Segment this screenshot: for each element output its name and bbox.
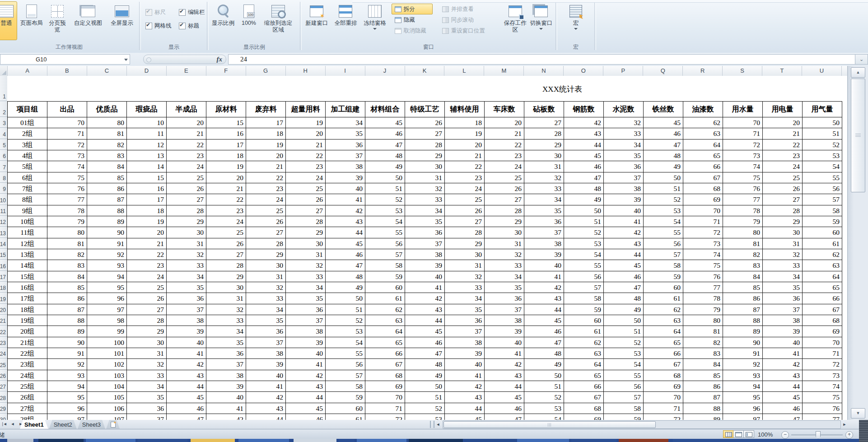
data-cell[interactable]: 55 (564, 260, 604, 271)
data-cell[interactable]: 32 (286, 260, 326, 271)
data-cell[interactable]: 42 (405, 293, 445, 304)
scroll-up-button[interactable]: ▲ (851, 67, 865, 78)
data-cell[interactable]: 43 (326, 216, 365, 227)
data-cell[interactable]: 37 (524, 227, 564, 238)
taskbar-item[interactable] (409, 439, 463, 442)
data-cell[interactable]: 31 (206, 293, 246, 304)
data-cell[interactable]: 47 (365, 140, 405, 150)
data-cell[interactable]: 30 (485, 227, 524, 238)
data-cell[interactable]: 41 (405, 282, 445, 293)
data-cell[interactable]: 96 (723, 403, 763, 414)
data-cell[interactable]: 51 (644, 183, 683, 194)
data-cell[interactable]: 53 (604, 348, 644, 359)
data-cell[interactable]: 53 (564, 238, 604, 249)
row-header-19[interactable]: 19 (0, 293, 7, 303)
data-cell[interactable]: 40 (286, 348, 326, 359)
data-cell[interactable]: 77 (47, 194, 87, 205)
data-cell[interactable]: 42 (246, 392, 286, 403)
data-cell[interactable]: 47 (564, 172, 604, 183)
data-cell[interactable]: 32 (763, 249, 803, 260)
data-cell[interactable]: 52 (524, 392, 564, 403)
data-cell[interactable]: 27 (524, 117, 564, 128)
data-cell[interactable]: 53 (326, 326, 365, 337)
data-cell[interactable]: 68 (644, 370, 683, 381)
data-cell[interactable]: 33 (206, 315, 246, 326)
column-header-K[interactable]: K (405, 66, 445, 76)
data-cell[interactable]: 46 (763, 403, 803, 414)
data-cell[interactable]: 21 (127, 238, 167, 249)
data-cell[interactable]: 39 (167, 326, 206, 337)
data-cell[interactable]: 82 (47, 249, 87, 260)
data-cell[interactable]: 60 (644, 282, 683, 293)
data-cell[interactable]: 80 (723, 227, 763, 238)
data-cell[interactable]: 76 (47, 183, 87, 194)
row-label-cell[interactable]: 4组 (8, 150, 47, 161)
data-cell[interactable]: 58 (326, 381, 365, 392)
data-cell[interactable]: 50 (524, 370, 564, 381)
data-cell[interactable]: 11 (127, 128, 167, 139)
custom-views-button[interactable]: 自定义视图 (70, 1, 106, 40)
taskbar-item[interactable] (339, 439, 355, 442)
data-cell[interactable]: 43 (524, 293, 564, 304)
data-cell[interactable]: 61 (644, 293, 683, 304)
row-label-cell[interactable]: 3组 (8, 140, 47, 150)
data-cell[interactable]: 31 (167, 238, 206, 249)
data-cell[interactable]: 47 (167, 414, 206, 420)
data-cell[interactable]: 22 (445, 161, 485, 172)
data-cell[interactable]: 48 (564, 183, 604, 194)
data-cell[interactable]: 66 (365, 348, 405, 359)
data-cell[interactable]: 63 (683, 128, 723, 139)
data-cell[interactable]: 42 (763, 359, 803, 370)
data-cell[interactable]: 19 (246, 140, 286, 150)
data-cell[interactable]: 53 (365, 205, 405, 216)
data-cell[interactable]: 61 (326, 414, 365, 420)
row-label-cell[interactable]: 24组 (8, 370, 47, 381)
data-cell[interactable]: 60 (365, 282, 405, 293)
data-cell[interactable]: 36 (206, 348, 246, 359)
data-cell[interactable]: 32 (206, 304, 246, 315)
data-cell[interactable]: 31 (763, 238, 803, 249)
data-cell[interactable]: 21 (206, 183, 246, 194)
column-header-D[interactable]: D (127, 66, 167, 76)
data-cell[interactable]: 40 (445, 359, 485, 370)
data-cell[interactable]: 32 (167, 249, 206, 260)
data-cell[interactable]: 82 (87, 140, 127, 150)
data-cell[interactable]: 47 (763, 414, 803, 420)
column-header-M[interactable]: M (484, 66, 524, 76)
data-cell[interactable]: 31 (246, 271, 286, 282)
data-cell[interactable]: 52 (803, 140, 842, 150)
data-cell[interactable]: 25 (167, 172, 206, 183)
data-cell[interactable]: 48 (604, 293, 644, 304)
macros-button[interactable]: 宏 (565, 1, 587, 40)
data-cell[interactable]: 32 (604, 117, 644, 128)
data-cell[interactable]: 44 (524, 304, 564, 315)
data-cell[interactable]: 44 (485, 381, 524, 392)
data-cell[interactable]: 52 (604, 337, 644, 348)
title-row[interactable]: XXX统计表 (7, 76, 848, 101)
data-cell[interactable]: 86 (723, 293, 763, 304)
data-cell[interactable]: 38 (246, 348, 286, 359)
data-cell[interactable]: 37 (286, 315, 326, 326)
data-cell[interactable]: 33 (445, 282, 485, 293)
taskbar-item[interactable] (619, 439, 668, 442)
data-cell[interactable]: 51 (326, 304, 365, 315)
sheet-tab-sheet3[interactable]: Sheet3 (78, 420, 105, 429)
taskbar-item[interactable] (38, 439, 84, 442)
data-cell[interactable]: 37 (326, 150, 365, 161)
data-cell[interactable]: 36 (246, 326, 286, 337)
data-cell[interactable]: 79 (47, 216, 87, 227)
data-cell[interactable]: 34 (604, 140, 644, 150)
chevron-down-icon[interactable] (124, 59, 128, 61)
row-label-cell[interactable]: 27组 (8, 403, 47, 414)
data-cell[interactable]: 27 (286, 205, 326, 216)
hide-button[interactable]: 隐藏 (392, 14, 433, 25)
data-cell[interactable]: 27 (445, 216, 485, 227)
data-cell[interactable]: 46 (286, 414, 326, 420)
split-button[interactable]: 拆分 (392, 4, 433, 14)
data-cell[interactable]: 26 (445, 205, 485, 216)
column-header-N[interactable]: N (524, 66, 564, 76)
data-cell[interactable]: 53 (405, 414, 445, 420)
data-cell[interactable]: 22 (763, 140, 803, 150)
data-cell[interactable]: 42 (286, 370, 326, 381)
data-cell[interactable]: 29 (286, 227, 326, 238)
